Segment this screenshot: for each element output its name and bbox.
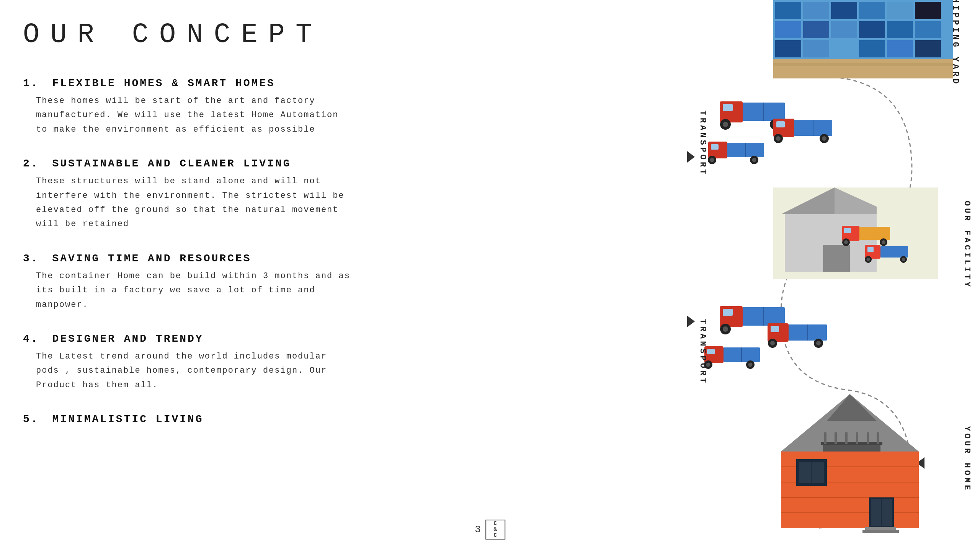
- svg-rect-23: [773, 59, 953, 78]
- svg-rect-112: [799, 462, 811, 483]
- svg-text:SHIPPING YARD: SHIPPING YARD: [951, 0, 960, 86]
- svg-point-39: [776, 136, 781, 141]
- svg-rect-22: [915, 40, 941, 57]
- svg-text:OUR FACILITY: OUR FACILITY: [962, 201, 972, 289]
- svg-point-62: [882, 240, 885, 244]
- svg-rect-101: [835, 432, 837, 444]
- svg-rect-99: [821, 442, 882, 445]
- svg-rect-12: [803, 21, 829, 38]
- svg-point-69: [902, 258, 905, 261]
- svg-point-86: [816, 341, 821, 346]
- concept-item-4: 4. DESIGNER AND TRENDY The Latest trend …: [23, 333, 352, 392]
- svg-rect-27: [723, 104, 733, 111]
- svg-marker-0: [687, 151, 695, 163]
- svg-text:TRANSPORT: TRANSPORT: [698, 111, 707, 177]
- concept-item-3: 3. SAVING TIME AND RESOURCES The contain…: [23, 253, 352, 312]
- left-content: OUR CONCEPT 1. FLEXIBLE HOMES & SMART HO…: [23, 19, 352, 446]
- svg-rect-102: [845, 432, 848, 444]
- svg-rect-14: [859, 21, 885, 38]
- concept-title-2: 2. SUSTAINABLE AND CLEANER LIVING: [23, 158, 352, 170]
- svg-rect-103: [856, 432, 858, 444]
- svg-rect-6: [803, 2, 829, 19]
- concept-item-2: 2. SUSTAINABLE AND CLEANER LIVING These …: [23, 158, 352, 231]
- svg-rect-88: [707, 349, 715, 354]
- concept-body-2: These structures will be stand alone and…: [23, 174, 352, 231]
- svg-rect-64: [867, 247, 874, 252]
- svg-rect-105: [877, 432, 879, 444]
- concept-list: 1. FLEXIBLE HOMES & SMART HOMES These ho…: [23, 77, 352, 425]
- concept-body-1: These homes will be start of the art and…: [23, 94, 352, 137]
- concept-title-3: 3. SAVING TIME AND RESOURCES: [23, 253, 352, 264]
- svg-rect-115: [871, 499, 881, 526]
- concept-item-1: 1. FLEXIBLE HOMES & SMART HOMES These ho…: [23, 77, 352, 137]
- svg-rect-57: [844, 228, 851, 233]
- svg-point-94: [748, 363, 753, 367]
- svg-rect-58: [859, 227, 890, 240]
- company-logo: C&C: [485, 520, 505, 540]
- svg-rect-16: [915, 21, 941, 38]
- svg-text:YOUR HOME: YOUR HOME: [962, 426, 972, 492]
- svg-rect-55: [823, 245, 850, 272]
- page-title: OUR CONCEPT: [23, 19, 352, 51]
- svg-rect-17: [775, 40, 801, 57]
- concept-body-3: The container Home can be build within 3…: [23, 269, 352, 312]
- svg-rect-21: [887, 40, 913, 57]
- svg-rect-35: [776, 121, 785, 127]
- svg-rect-7: [831, 2, 857, 19]
- svg-rect-104: [867, 432, 869, 444]
- svg-rect-113: [812, 462, 824, 483]
- svg-point-41: [822, 136, 826, 141]
- concept-item-5: 5. MINIMALISTIC LIVING: [23, 413, 352, 425]
- svg-rect-118: [862, 530, 899, 533]
- page-number: 3: [475, 524, 481, 535]
- svg-marker-2: [687, 316, 695, 327]
- concept-title-5: 5. MINIMALISTIC LIVING: [23, 413, 352, 425]
- page-footer: 3 C&C: [475, 520, 505, 540]
- svg-text:TRANSPORT: TRANSPORT: [698, 319, 707, 385]
- svg-rect-11: [775, 21, 801, 38]
- svg-point-49: [752, 158, 756, 162]
- svg-rect-116: [882, 499, 892, 526]
- svg-rect-8: [859, 2, 885, 19]
- svg-rect-15: [887, 21, 913, 38]
- page-container: OUR CONCEPT 1. FLEXIBLE HOMES & SMART HO…: [0, 0, 980, 551]
- svg-point-31: [723, 122, 728, 127]
- svg-rect-100: [824, 432, 826, 444]
- svg-rect-20: [859, 40, 885, 57]
- svg-rect-19: [831, 40, 857, 57]
- svg-point-67: [867, 258, 870, 261]
- concept-body-4: The Latest trend around the world includ…: [23, 349, 352, 392]
- svg-rect-9: [887, 2, 913, 19]
- svg-rect-18: [803, 40, 829, 57]
- svg-point-60: [844, 240, 848, 244]
- svg-point-76: [723, 326, 728, 332]
- diagram-svg: SHIPPING YARD TRANSPORT: [559, 0, 980, 551]
- svg-rect-13: [831, 21, 857, 38]
- svg-rect-24: [773, 63, 953, 66]
- svg-rect-65: [880, 246, 908, 258]
- concept-title-4: 4. DESIGNER AND TRENDY: [23, 333, 352, 345]
- svg-point-47: [710, 158, 714, 162]
- svg-point-84: [770, 341, 775, 346]
- svg-rect-43: [711, 144, 719, 150]
- svg-rect-10: [915, 2, 941, 19]
- svg-rect-72: [723, 309, 733, 316]
- svg-rect-5: [775, 2, 801, 19]
- svg-rect-80: [771, 326, 779, 332]
- concept-title-1: 1. FLEXIBLE HOMES & SMART HOMES: [23, 77, 352, 89]
